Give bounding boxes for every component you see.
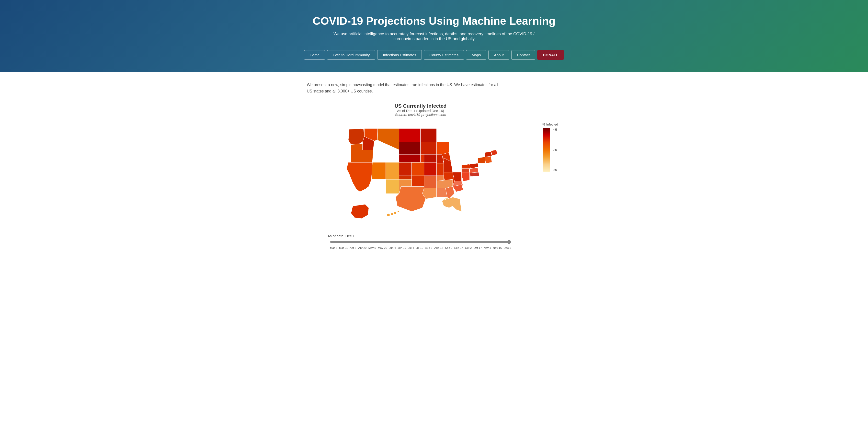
state-mo-west [424,154,437,162]
legend-mid: 2% [553,148,558,152]
nav-home[interactable]: Home [304,50,326,60]
map-title-block: US Currently Infected As of Dec 1 (Updat… [395,103,447,117]
state-oh [444,158,453,172]
tick-jun19: Jun 19 [398,246,406,249]
main-content: We present a new, simple nowcasting mode… [300,72,568,264]
tick-jun4: Jun 4 [389,246,396,249]
state-hi-3 [394,212,396,214]
state-mo [424,162,437,176]
state-in [437,163,444,176]
tick-apr20: Apr 20 [358,246,367,249]
legend-labels: 4% 2% 0% [553,128,558,172]
state-md [470,172,479,177]
state-tx [396,186,428,211]
state-ca [346,162,372,192]
date-slider[interactable] [330,240,511,244]
us-map [335,119,506,227]
map-legend: % Infected 4% 2% 0% [539,123,561,172]
page-title: COVID-19 Projections Using Machine Learn… [5,15,863,27]
slider-current-date: Dec 1 [345,234,355,238]
map-source: Source: covid19-projections.com [395,113,447,117]
state-sd [399,142,421,154]
state-mt2 [377,128,399,150]
state-wa [348,128,365,145]
state-ks [399,162,412,176]
map-subtitle: As of Dec 1 (Updated Dec 16) [395,109,447,113]
main-nav: Home Path to Herd Immunity Infections Es… [5,50,863,60]
state-hi-1 [387,214,390,217]
state-nh [485,152,492,157]
legend-row: 4% 2% 0% [543,128,558,172]
state-me [491,150,497,155]
state-mn [421,128,437,142]
tick-mar6: Mar 6 [330,246,337,249]
state-az [386,179,399,193]
us-map-svg [335,119,506,226]
nav-county[interactable]: County Estimates [424,50,464,60]
nav-donate[interactable]: DONATE [537,50,564,60]
legend-title: % Infected [542,123,558,126]
tick-sep17: Sep 17 [454,246,463,249]
state-va [462,172,470,181]
map-title: US Currently Infected [395,103,447,109]
tick-dec1: Dec 1 [504,246,511,249]
intro-text: We present a new, simple nowcasting mode… [307,82,502,94]
tick-aug3: Aug 3 [425,246,433,249]
map-container: US Currently Infected As of Dec 1 (Updat… [307,103,534,249]
state-hi-4 [398,211,399,212]
tick-jul19: Jul 19 [416,246,423,249]
tick-jul4: Jul 4 [408,246,414,249]
tick-mar21: Mar 21 [339,246,348,249]
tick-oct2: Oct 2 [465,246,472,249]
tick-oct17: Oct 17 [474,246,482,249]
timeline-container: Mar 6 Mar 21 Apr 5 Apr 20 May 5 May 20 J… [328,240,514,249]
map-section: US Currently Infected As of Dec 1 (Updat… [307,103,561,249]
tick-sep2: Sep 2 [445,246,452,249]
slider-label: As of date: Dec 1 [328,234,514,238]
state-wi [421,142,437,154]
tick-aug18: Aug 18 [434,246,443,249]
tick-nov16: Nov 16 [493,246,502,249]
state-nv [371,162,385,179]
state-ak [351,204,369,218]
state-ar2 [424,176,437,188]
legend-color-bar [543,128,550,172]
tick-may20: May 20 [378,246,387,249]
timeline-ticks: Mar 6 Mar 21 Apr 5 Apr 20 May 5 May 20 J… [330,246,511,249]
state-nd [399,128,421,142]
nav-herd[interactable]: Path to Herd Immunity [327,50,375,60]
state-ne [399,154,421,162]
state-ut [386,162,399,179]
state-mi-up [437,142,449,154]
tick-nov1: Nov 1 [484,246,491,249]
slider-label-prefix: As of date: [328,234,344,238]
page-subtitle: We use artificial intelligence to accura… [324,32,544,41]
state-hi-2 [391,213,393,215]
tick-may5: May 5 [368,246,376,249]
nav-infections[interactable]: Infections Estimates [377,50,422,60]
nav-about[interactable]: About [488,50,509,60]
page-header: COVID-19 Projections Using Machine Learn… [0,0,868,72]
state-ct [477,157,486,163]
legend-max: 4% [553,128,558,131]
nav-contact[interactable]: Contact [511,50,535,60]
state-ma [485,156,492,163]
legend-min: 0% [553,168,558,172]
state-ny [462,164,470,168]
tick-apr5: Apr 5 [350,246,356,249]
nav-maps[interactable]: Maps [466,50,486,60]
slider-section: As of date: Dec 1 Mar 6 Mar 21 Apr 5 Apr… [328,234,514,249]
